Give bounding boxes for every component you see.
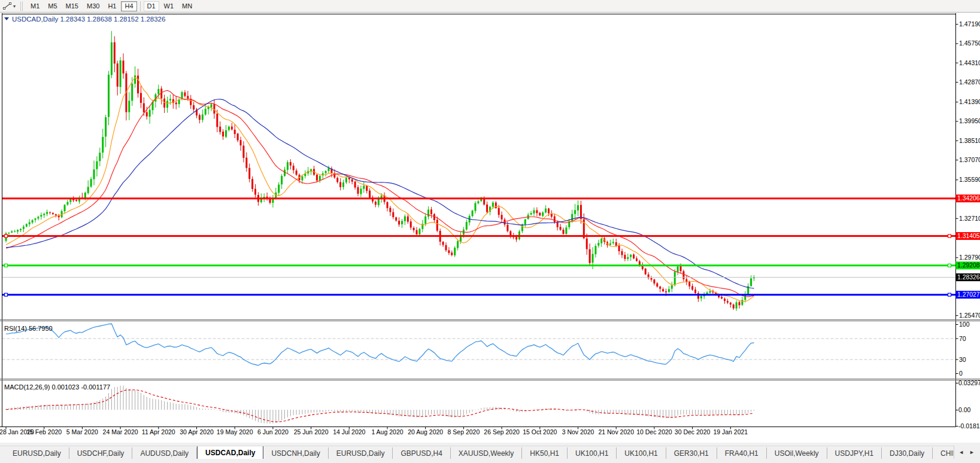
svg-text:0.00: 0.00	[958, 406, 971, 413]
chart-canvas[interactable]: 1.471901.457501.443101.428701.413901.399…	[0, 13, 980, 443]
svg-text:26 Sep 2020: 26 Sep 2020	[484, 428, 520, 435]
timeframe-button-h4[interactable]: H4	[121, 1, 136, 11]
timeframe-button-mn[interactable]: MN	[178, 1, 196, 11]
svg-text:1.38510: 1.38510	[959, 137, 980, 144]
timeframe-button-d1[interactable]: D1	[144, 1, 159, 11]
macd-label: MACD(12,26,9) 0.001023 -0.001177	[4, 383, 110, 391]
line-handle[interactable]	[5, 234, 8, 237]
chart-tab-usoil-weekly[interactable]: USOil,Weekly	[767, 447, 827, 459]
chart-tab-eurusd-daily[interactable]: EURUSD,Daily	[5, 447, 69, 459]
svg-text:0: 0	[959, 370, 963, 377]
line-tool-icon[interactable]	[2, 1, 13, 11]
chart-tab-fra40-h1[interactable]: FRA40,H1	[717, 447, 767, 459]
svg-text:1.39950: 1.39950	[959, 117, 980, 124]
svg-text:1.45750: 1.45750	[959, 39, 980, 47]
svg-text:100: 100	[959, 321, 970, 328]
svg-text:1.31405: 1.31405	[957, 233, 980, 239]
chart-tab-uk100-h1[interactable]: UK100,H1	[568, 447, 617, 459]
svg-text:15 Oct 2020: 15 Oct 2020	[523, 428, 557, 435]
timeframe-toolbar: ▾ M1M5M15M30H1H4D1W1MN	[0, 0, 980, 13]
svg-text:1.25470: 1.25470	[959, 312, 980, 319]
tool-dropdown-caret[interactable]: ▾	[13, 4, 16, 9]
svg-text:1.41390: 1.41390	[959, 98, 980, 105]
svg-text:1.29790: 1.29790	[959, 254, 980, 261]
chart-tab-hk50-h1[interactable]: HK50,H1	[522, 447, 568, 459]
chart-tab-usdcad-daily[interactable]: USDCAD,Daily	[197, 446, 263, 459]
timeframe-button-m30[interactable]: M30	[83, 1, 103, 11]
tab-scroll-arrows: ◄ ►	[954, 446, 980, 459]
svg-text:19 Jan 2021: 19 Jan 2021	[713, 428, 748, 435]
svg-text:1.27027: 1.27027	[957, 291, 980, 298]
svg-text:14 Jul 2020: 14 Jul 2020	[333, 428, 365, 435]
toolbar-grip[interactable]	[20, 2, 23, 11]
line-handle[interactable]	[948, 234, 951, 237]
chart-tab-usdchf-daily[interactable]: USDCHF,Daily	[69, 447, 133, 459]
svg-text:21 Nov 2020: 21 Nov 2020	[598, 428, 634, 435]
svg-text:1.42870: 1.42870	[959, 78, 980, 86]
line-handle[interactable]	[948, 293, 951, 296]
svg-text:15 Feb 2020: 15 Feb 2020	[26, 428, 62, 435]
svg-text:70: 70	[959, 335, 966, 342]
timeframe-button-w1[interactable]: W1	[160, 1, 178, 11]
timeframe-button-m5[interactable]: M5	[44, 1, 60, 11]
svg-text:30: 30	[959, 356, 966, 363]
toolbar-separator	[140, 1, 141, 11]
svg-text:24 Mar 2020: 24 Mar 2020	[103, 428, 138, 435]
svg-text:30 Dec 2020: 30 Dec 2020	[675, 428, 711, 435]
chart-tab-xauusd-weekly[interactable]: XAUUSD,Weekly	[451, 447, 522, 459]
svg-text:11 Apr 2020: 11 Apr 2020	[142, 428, 175, 435]
symbol-tabbar: EURUSD,DailyUSDCHF,DailyAUDUSD,DailyUSDC…	[0, 446, 980, 459]
tab-scroll-right-icon[interactable]: ►	[969, 449, 975, 455]
timeframe-buttons: M1M5M15M30H1H4D1W1MN	[26, 1, 196, 11]
svg-text:19 May 2020: 19 May 2020	[217, 428, 253, 435]
chart-tab-gbpusd-h4[interactable]: GBPUSD,H4	[393, 447, 450, 459]
svg-text:1.34206: 1.34206	[957, 195, 980, 202]
line-handle[interactable]	[948, 264, 951, 267]
line-handle[interactable]	[5, 264, 8, 267]
statusbar-filler	[0, 459, 980, 463]
chart-tab-audusd-daily[interactable]: AUDUSD,Daily	[132, 447, 197, 459]
svg-text:6 Jun 2020: 6 Jun 2020	[257, 428, 289, 435]
tab-scroll-left-icon[interactable]: ◄	[958, 449, 964, 455]
chart-tab-ger30-h1[interactable]: GER30,H1	[666, 447, 717, 459]
svg-text:1 Aug 2020: 1 Aug 2020	[371, 428, 403, 435]
chart-title: USDCAD,Daily 1.28343 1.28638 1.28152 1.2…	[12, 16, 165, 23]
svg-text:1.29208: 1.29208	[957, 262, 980, 269]
svg-text:1.35590: 1.35590	[959, 176, 980, 183]
svg-text:0.032972: 0.032972	[958, 379, 980, 386]
timeframe-button-m1[interactable]: M1	[27, 1, 43, 11]
line-handle[interactable]	[5, 293, 8, 296]
svg-text:25 Jun 2020: 25 Jun 2020	[294, 428, 329, 435]
svg-text:8 Sep 2020: 8 Sep 2020	[448, 428, 480, 435]
timeframe-button-m15[interactable]: M15	[62, 1, 82, 11]
svg-text:-0.018154: -0.018154	[958, 422, 980, 430]
chart-tab-usdcnh-daily[interactable]: USDCNH,Daily	[263, 447, 328, 459]
chart-tab-dj30-daily[interactable]: DJ30,Daily	[882, 447, 933, 459]
svg-text:1.37070: 1.37070	[959, 156, 980, 163]
svg-text:3 Nov 2020: 3 Nov 2020	[562, 428, 594, 435]
chart-tab-usdjpy-h1[interactable]: USDJPY,H1	[827, 447, 882, 459]
svg-text:1.47190: 1.47190	[959, 20, 980, 28]
svg-text:1.32710: 1.32710	[959, 215, 980, 222]
chart-tab-eurusd-daily[interactable]: EURUSD,Daily	[329, 447, 393, 459]
timeframe-button-h1[interactable]: H1	[104, 1, 120, 11]
svg-text:1.44310: 1.44310	[959, 59, 980, 66]
svg-text:30 Apr 2020: 30 Apr 2020	[180, 428, 214, 435]
svg-text:1.28326: 1.28326	[957, 274, 980, 281]
chart-tab-uk100-h1[interactable]: UK100,H1	[617, 447, 666, 459]
svg-text:20 Aug 2020: 20 Aug 2020	[408, 428, 443, 435]
mt4-window: ▾ M1M5M15M30H1H4D1W1MN 1.471901.457501.4…	[0, 0, 980, 463]
svg-text:5 Mar 2020: 5 Mar 2020	[66, 428, 98, 435]
rsi-label: RSI(14) 56.7950	[4, 325, 53, 332]
svg-text:10 Dec 2020: 10 Dec 2020	[636, 428, 672, 435]
